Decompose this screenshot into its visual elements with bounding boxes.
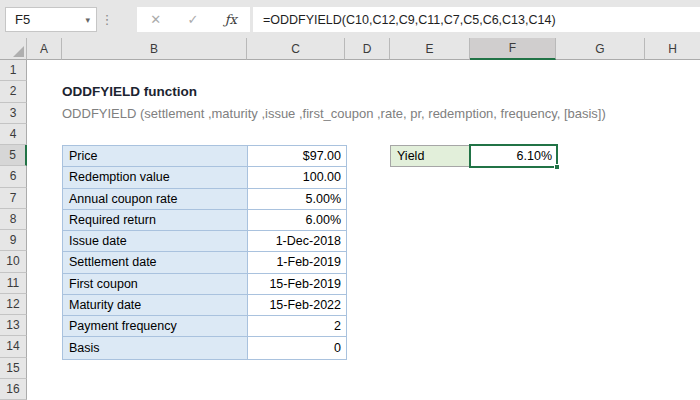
formula-input[interactable]: =ODDFYIELD(C10,C12,C9,C11,C7,C5,C6,C13,C…	[253, 7, 700, 32]
enter-icon[interactable]: ✓	[187, 12, 198, 27]
row-header-8[interactable]: 8	[0, 209, 27, 230]
column-header-a[interactable]: A	[27, 38, 62, 60]
column-headers: A B C D E F G H	[0, 38, 700, 60]
row-header-16[interactable]: 16	[0, 379, 27, 400]
formula-bar: F5 ▾ ⋮ ✕ ✓ ƒx =ODDFYIELD(C10,C12,C9,C11,…	[0, 0, 700, 38]
table-label-cell[interactable]: Maturity date	[63, 295, 248, 315]
table-row: First coupon15-Feb-2019	[63, 274, 346, 295]
table-row: Settlement date1-Feb-2019	[63, 252, 346, 273]
table-value-cell[interactable]: 5.00%	[248, 189, 346, 209]
fill-handle[interactable]	[554, 164, 560, 170]
table-value-cell[interactable]: 100.00	[248, 167, 346, 187]
name-box[interactable]: F5 ▾	[5, 7, 97, 32]
table-row: Payment frequency2	[63, 316, 346, 337]
select-all-icon	[13, 46, 24, 57]
row-headers: 12345678910111213141516	[0, 60, 27, 400]
column-header-b[interactable]: B	[62, 38, 247, 60]
table-row: Required return6.00%	[63, 210, 346, 231]
column-header-f[interactable]: F	[470, 38, 556, 60]
table-value-cell[interactable]: 1-Dec-2018	[248, 231, 346, 251]
table-value-cell[interactable]: 15-Feb-2022	[248, 295, 346, 315]
table-label-cell[interactable]: Settlement date	[63, 252, 248, 272]
column-header-d[interactable]: D	[345, 38, 390, 60]
table-value-cell[interactable]: 2	[248, 316, 346, 336]
table-label-cell[interactable]: Redemption value	[63, 167, 248, 187]
row-header-2[interactable]: 2	[0, 81, 27, 102]
table-row: Annual coupon rate5.00%	[63, 189, 346, 210]
name-box-value: F5	[6, 12, 85, 27]
function-syntax-cell[interactable]: ODDFYIELD (settlement ,maturity ,issue ,…	[62, 103, 606, 124]
column-header-e[interactable]: E	[390, 38, 470, 60]
table-label-cell[interactable]: Basis	[63, 337, 248, 358]
table-value-cell[interactable]: 15-Feb-2019	[248, 274, 346, 294]
table-label-cell[interactable]: Annual coupon rate	[63, 189, 248, 209]
row-header-1[interactable]: 1	[0, 60, 27, 81]
table-value-cell[interactable]: $97.00	[248, 146, 346, 166]
table-row: Price$97.00	[63, 146, 346, 167]
insert-function-icon[interactable]: ƒx	[225, 12, 237, 27]
table-value-cell[interactable]: 6.00%	[248, 210, 346, 230]
row-header-13[interactable]: 13	[0, 315, 27, 336]
column-header-h[interactable]: H	[645, 38, 700, 60]
table-label-cell[interactable]: Required return	[63, 210, 248, 230]
worksheet[interactable]: ODDFYIELD function ODDFYIELD (settlement…	[27, 60, 700, 400]
table-label-cell[interactable]: Price	[63, 146, 248, 166]
column-header-g[interactable]: G	[556, 38, 645, 60]
row-header-3[interactable]: 3	[0, 103, 27, 124]
more-options-icon[interactable]: ⋮	[100, 7, 114, 32]
table-label-cell[interactable]: First coupon	[63, 274, 248, 294]
formula-buttons: ✕ ✓ ƒx	[137, 7, 250, 32]
selected-cell-f5[interactable]: 6.10%	[469, 144, 558, 169]
data-table: Price$97.00Redemption value100.00Annual …	[62, 145, 347, 360]
row-header-9[interactable]: 9	[0, 230, 27, 251]
row-header-15[interactable]: 15	[0, 358, 27, 379]
cancel-icon[interactable]: ✕	[150, 12, 161, 27]
table-row: Issue date1-Dec-2018	[63, 231, 346, 252]
table-row: Basis0	[63, 337, 346, 358]
table-label-cell[interactable]: Payment frequency	[63, 316, 248, 336]
row-header-11[interactable]: 11	[0, 273, 27, 294]
formula-text: =ODDFYIELD(C10,C12,C9,C11,C7,C5,C6,C13,C…	[253, 13, 556, 27]
row-header-6[interactable]: 6	[0, 166, 27, 187]
row-header-12[interactable]: 12	[0, 294, 27, 315]
row-header-10[interactable]: 10	[0, 251, 27, 272]
row-header-7[interactable]: 7	[0, 188, 27, 209]
table-value-cell[interactable]: 0	[248, 337, 346, 358]
table-value-cell[interactable]: 1-Feb-2019	[248, 252, 346, 272]
name-box-dropdown-icon[interactable]: ▾	[85, 15, 96, 25]
yield-label-cell[interactable]: Yield	[390, 145, 470, 167]
table-row: Redemption value100.00	[63, 167, 346, 188]
table-row: Maturity date15-Feb-2022	[63, 295, 346, 316]
row-header-14[interactable]: 14	[0, 336, 27, 357]
table-label-cell[interactable]: Issue date	[63, 231, 248, 251]
select-all-corner[interactable]	[0, 38, 27, 60]
column-header-c[interactable]: C	[247, 38, 345, 60]
row-header-5[interactable]: 5	[0, 145, 27, 166]
row-header-4[interactable]: 4	[0, 124, 27, 145]
worksheet-title-cell[interactable]: ODDFYIELD function	[62, 81, 197, 102]
yield-value: 6.10%	[517, 149, 552, 163]
